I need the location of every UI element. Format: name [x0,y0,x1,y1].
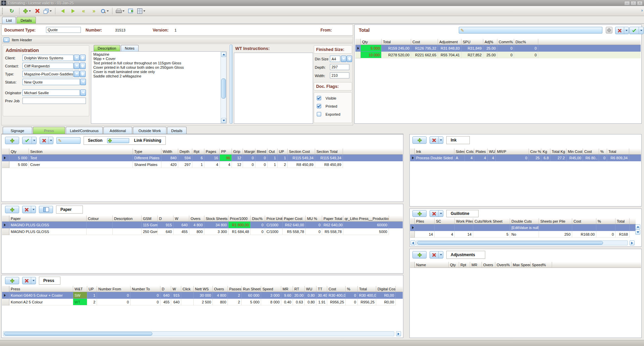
table-row[interactable]: Komori G640 5 Colour + CoaterSW100640915… [2,292,403,299]
column-header[interactable]: Section [29,149,133,155]
column-header[interactable]: MR [281,286,293,292]
cell[interactable]: Process Double Sided [415,155,454,161]
cell[interactable]: 27.2 [550,155,566,161]
column-header[interactable]: Total [382,39,411,45]
total-edit-field[interactable]: ✎ [459,27,602,34]
scroll-right-icon[interactable] [630,240,635,245]
total-add-button[interactable] [606,27,612,34]
cell[interactable]: 115 Gsm [142,222,158,228]
cell[interactable]: R956,25 [358,299,376,305]
close-button[interactable]: × [637,1,643,5]
link-finishing-add-button[interactable] [107,138,129,143]
cell[interactable]: R159 245,00 [382,45,411,52]
cell[interactable]: 1 [278,155,288,161]
cell[interactable] [181,292,194,299]
column-header[interactable]: % [346,286,358,292]
table-row[interactable]: 144145No250R168.000R168 [410,231,636,238]
column-header[interactable]: Sheets per Pile [539,218,572,224]
cell[interactable]: 14 [415,231,435,238]
column-header[interactable]: D [158,216,174,222]
column-header[interactable]: Paper Cost [283,216,306,222]
cell[interactable]: 2 [87,299,97,305]
scroll-up-icon[interactable] [221,52,226,57]
cell[interactable]: R115 549,34 [315,155,343,161]
guillotine-horizontal-scrollbar[interactable] [416,240,628,245]
print-button[interactable] [115,7,125,15]
originator-dropdown-button[interactable] [80,90,86,96]
cell[interactable]: 0 [596,231,615,238]
column-header[interactable]: UP [278,149,288,155]
column-header[interactable]: Colour [87,216,113,222]
column-header[interactable]: MR/P [496,149,529,155]
cell[interactable]: R8 450,89 [288,161,315,168]
column-header[interactable]: GSM [142,216,158,222]
tab-details[interactable]: Details [16,17,36,23]
cell[interactable]: 420 [161,161,178,168]
column-header[interactable]: UP [87,286,97,292]
cell[interactable]: R62 640,00 [283,222,306,228]
cell[interactable]: 1 [267,155,278,161]
cell[interactable]: R956,25 [327,299,346,305]
cell[interactable]: 25.00 [483,52,497,58]
column-header[interactable]: Paper Total [322,216,343,222]
cell[interactable]: 6 [192,155,204,161]
wt-instructions-textarea[interactable] [234,53,313,124]
cell[interactable]: 8 000 [261,299,281,305]
client-field[interactable]: Dolphin Worxs Systems [22,55,73,61]
nav-back-button[interactable] [58,7,67,15]
delete-button[interactable] [33,7,42,15]
cell[interactable]: SW [73,292,87,299]
cell[interactable]: 2 [228,299,242,305]
cell[interactable] [113,222,142,228]
width-field[interactable]: 210 [330,72,349,78]
cell[interactable]: 250 [539,231,572,238]
cell[interactable]: R30 400,00 [358,292,376,299]
client-add-button[interactable] [80,55,86,61]
cell[interactable]: R62 640,00 [322,222,343,228]
cell[interactable] [615,224,630,231]
cell[interactable]: 2 [278,161,288,168]
column-header[interactable]: Kg [541,149,550,155]
cell[interactable] [572,224,596,231]
cell[interactable] [113,228,142,235]
cell[interactable] [473,224,510,231]
column-header[interactable]: Cost [327,286,346,292]
cell[interactable]: 0.63 [293,299,305,305]
cell[interactable]: R30 400,00 [327,292,346,299]
column-header[interactable]: Out [267,149,278,155]
cell[interactable]: 1.91 [316,299,327,305]
cell[interactable]: 800 [213,299,228,305]
column-header[interactable]: W [171,286,181,292]
type-add-button[interactable] [80,71,86,77]
column-header[interactable]: Grip [232,149,243,155]
cell[interactable]: 0 [243,155,255,161]
cell[interactable]: R5 558,78 [283,228,306,235]
cell[interactable] [415,224,435,231]
column-header[interactable]: Plates [474,149,488,155]
din-size-field[interactable]: A4 [330,56,340,62]
nav-first-button[interactable]: « [79,7,88,15]
cell[interactable]: 5 000 [361,45,382,52]
cell[interactable]: Komori G640 5 Colour + Coater [9,292,73,299]
guillotine-vertical-scrollbar[interactable] [635,224,641,235]
cell[interactable]: 14 [455,231,473,238]
exported-checkbox[interactable] [317,112,321,116]
cell[interactable]: 915 [158,222,174,228]
cell[interactable]: 4 [474,155,488,161]
search-button[interactable] [100,7,109,15]
scroll-up-icon[interactable] [635,224,640,229]
column-header[interactable]: % [596,218,615,224]
column-header[interactable]: Price/1000 [229,216,251,222]
table-row[interactable]: 5 000CoverShared Plates420297144120012R8… [2,161,403,168]
column-header[interactable]: MU % [306,216,322,222]
item-header-collapse-button[interactable] [3,38,9,42]
column-header[interactable]: D [160,286,171,292]
tab-details-section[interactable]: Details [167,127,187,134]
column-header[interactable]: Cost [572,218,596,224]
column-header[interactable]: W&T [73,286,87,292]
calculator-button[interactable] [137,7,146,15]
cell[interactable]: 12 [232,155,243,161]
column-header[interactable]: SC [435,218,455,224]
cell[interactable]: 30.40 [316,292,327,299]
cell[interactable]: Different Plates [133,155,161,161]
